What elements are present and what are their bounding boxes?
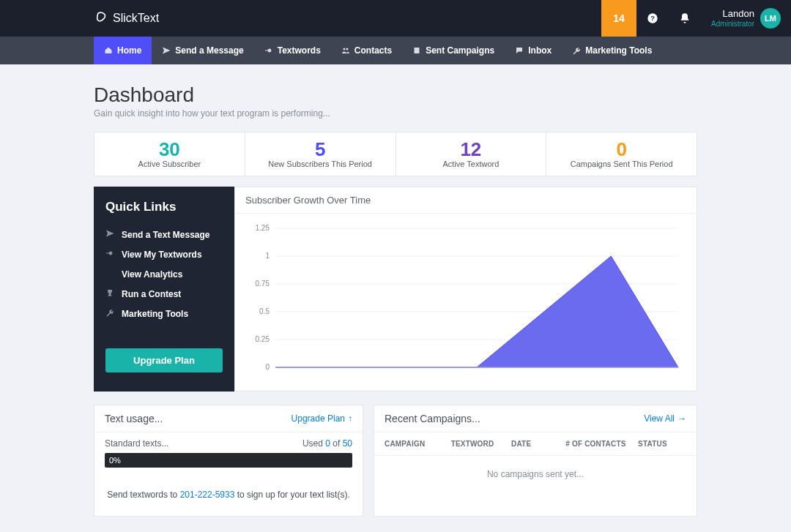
- nav-item-textwords[interactable]: Textwords: [254, 37, 331, 64]
- campaigns-col--of-contacts: # OF CONTACTS: [565, 440, 638, 448]
- bars-icon: [105, 269, 114, 280]
- users-icon: [341, 46, 350, 55]
- key-icon: [264, 46, 273, 55]
- chart-title: Subscriber Growth Over Time: [235, 187, 697, 214]
- stat-value: 12: [396, 138, 546, 161]
- stat-active-textword: 12Active Textword: [396, 132, 547, 176]
- arrow-right-icon: →: [677, 413, 686, 424]
- usage-row-used: Used 0 of 50: [302, 438, 352, 449]
- nav-item-home[interactable]: Home: [94, 37, 152, 64]
- topbar: SlickText 14 ? Landon Administrator LM: [0, 0, 791, 37]
- usage-row-label: Standard texts...: [105, 438, 168, 449]
- svg-text:1.25: 1.25: [256, 224, 270, 232]
- quick-link-run-a-contest[interactable]: Run a Contest: [105, 284, 223, 304]
- stat-label: Active Subscriber: [94, 160, 245, 168]
- recent-campaigns-title: Recent Campaigns...: [385, 413, 480, 424]
- wrench-icon: [572, 46, 581, 55]
- main-nav: HomeSend a MessageTextwordsContactsSent …: [0, 37, 791, 64]
- stat-label: Active Textword: [396, 160, 546, 168]
- calendar-icon: [412, 46, 421, 55]
- usage-progress-bar: 0%: [105, 453, 352, 468]
- user-menu[interactable]: Landon Administrator LM: [701, 0, 791, 37]
- nav-item-inbox[interactable]: Inbox: [505, 37, 562, 64]
- stat-active-subscriber: 30Active Subscriber: [94, 132, 245, 176]
- svg-text:?: ?: [650, 15, 655, 22]
- stat-value: 0: [546, 138, 697, 161]
- svg-text:0: 0: [265, 363, 270, 371]
- signup-phone[interactable]: 201-222-5933: [180, 490, 235, 500]
- stat-campaigns-sent-this-period: 0Campaigns Sent This Period: [546, 132, 697, 176]
- quick-links-title: Quick Links: [105, 200, 223, 214]
- chart-card: Subscriber Growth Over Time 00.250.50.75…: [234, 187, 697, 391]
- text-usage-title: Text usage...: [105, 413, 163, 424]
- user-role: Administrator: [711, 20, 754, 28]
- svg-text:0.5: 0.5: [259, 307, 270, 315]
- quick-link-view-my-textwords[interactable]: View My Textwords: [105, 244, 223, 264]
- campaigns-col-campaign: CAMPAIGN: [385, 440, 451, 448]
- text-usage-card: Text usage... Upgrade Plan ↑ Standard te…: [94, 405, 363, 517]
- slicktext-logo-icon: [94, 11, 108, 26]
- stat-value: 5: [245, 138, 396, 161]
- notifications-count: 14: [613, 12, 625, 24]
- brand-logo[interactable]: SlickText: [94, 11, 159, 26]
- help-button[interactable]: ?: [636, 0, 669, 37]
- quick-link-send-a-text-message[interactable]: Send a Text Message: [105, 225, 223, 244]
- view-all-campaigns-link[interactable]: View All →: [644, 413, 686, 424]
- upgrade-plan-button[interactable]: Upgrade Plan: [105, 348, 223, 372]
- campaigns-col-status: STATUS: [638, 440, 686, 448]
- stat-label: New Subscribers This Period: [245, 160, 396, 168]
- send-icon: [105, 229, 114, 240]
- avatar: LM: [760, 8, 781, 29]
- stat-value: 30: [94, 138, 245, 161]
- chat-icon: [515, 46, 524, 55]
- usage-footer: Send textwords to 201-222-5933 to sign u…: [94, 468, 363, 516]
- upgrade-plan-link[interactable]: Upgrade Plan ↑: [291, 413, 352, 424]
- stats-row: 30Active Subscriber5New Subscribers This…: [94, 132, 697, 176]
- campaigns-empty-state: No campaigns sent yet...: [374, 456, 697, 497]
- wrench-icon: [105, 308, 114, 319]
- svg-text:0.25: 0.25: [256, 335, 270, 343]
- campaigns-col-date: DATE: [511, 440, 565, 448]
- svg-text:0.75: 0.75: [256, 280, 270, 288]
- quick-link-marketing-tools[interactable]: Marketing Tools: [105, 304, 223, 323]
- quick-link-view-analytics[interactable]: View Analytics: [105, 264, 223, 284]
- nav-item-sent-campaigns[interactable]: Sent Campaigns: [402, 37, 505, 64]
- campaigns-table-header: CAMPAIGNTEXTWORDDATE# OF CONTACTSSTATUS: [374, 432, 697, 456]
- nav-item-contacts[interactable]: Contacts: [331, 37, 402, 64]
- page-subtitle: Gain quick insight into how your text pr…: [94, 108, 697, 119]
- key-icon: [105, 249, 114, 260]
- alerts-button[interactable]: [669, 0, 701, 37]
- stat-label: Campaigns Sent This Period: [546, 160, 697, 168]
- campaigns-col-textword: TEXTWORD: [451, 440, 511, 448]
- trophy-icon: [105, 288, 114, 299]
- home-icon: [104, 46, 113, 55]
- quick-links-panel: Quick Links Send a Text MessageView My T…: [94, 187, 234, 391]
- svg-text:1: 1: [265, 252, 270, 260]
- nav-item-marketing-tools[interactable]: Marketing Tools: [562, 37, 662, 64]
- recent-campaigns-card: Recent Campaigns... View All → CAMPAIGNT…: [374, 405, 697, 517]
- page-title: Dashboard: [94, 83, 697, 107]
- stat-new-subscribers-this-period: 5New Subscribers This Period: [245, 132, 396, 176]
- user-name: Landon: [711, 9, 754, 19]
- send-icon: [162, 46, 171, 55]
- notifications-badge[interactable]: 14: [601, 0, 636, 37]
- subscriber-growth-chart: 00.250.50.7511.25: [245, 221, 686, 375]
- nav-item-send-a-message[interactable]: Send a Message: [152, 37, 253, 64]
- brand-name: SlickText: [113, 12, 159, 25]
- arrow-up-icon: ↑: [348, 413, 352, 424]
